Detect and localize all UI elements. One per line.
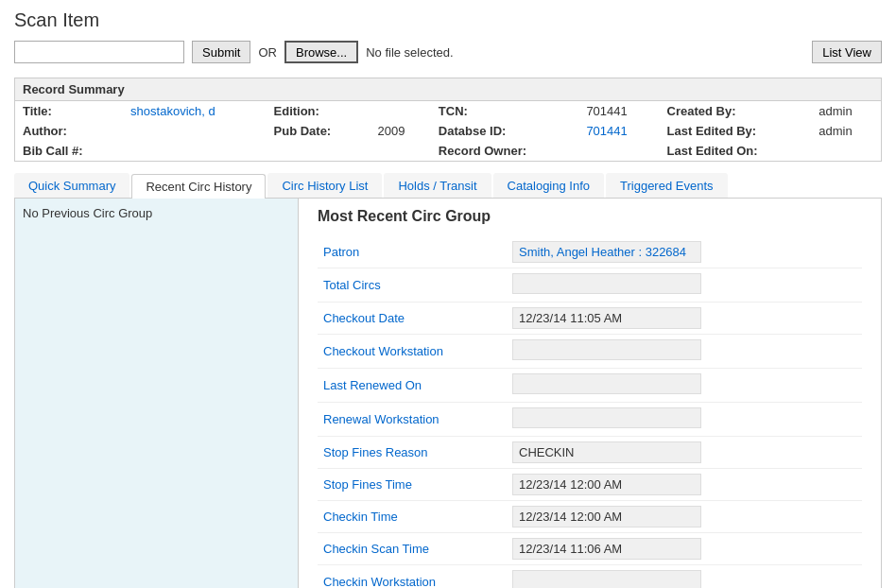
circ-field-value (507, 335, 862, 369)
circ-field-value: CHECKIN (507, 437, 862, 469)
right-panel: Most Recent Circ Group PatronSmith, Ange… (299, 199, 881, 588)
circ-detail-row: PatronSmith, Angel Heather : 322684 (318, 236, 862, 268)
pub-date-value: 2009 (370, 121, 430, 141)
circ-field-label: Checkout Date (318, 303, 507, 335)
tab-holds-transit[interactable]: Holds / Transit (384, 173, 491, 198)
tab-triggered-events[interactable]: Triggered Events (606, 173, 728, 198)
circ-detail-row: Checkin Scan Time12/23/14 11:06 AM (318, 533, 862, 565)
circ-field-value (507, 268, 862, 303)
circ-detail-row: Renewal Workstation (318, 403, 862, 437)
circ-field-value (507, 369, 862, 403)
no-previous-circ-group: No Previous Circ Group (23, 206, 290, 220)
created-by-label: Created By: (660, 101, 812, 121)
tab-recent-circ-history[interactable]: Recent Circ History (131, 174, 266, 199)
record-row-1: Title: shostakovich, d Edition: TCN: 701… (15, 101, 881, 121)
record-summary-title: Record Summary (15, 78, 881, 101)
scan-input[interactable] (14, 41, 184, 63)
last-edited-on-label: Last Edited On: (660, 141, 812, 161)
circ-field-label: Stop Fines Time (318, 469, 507, 501)
circ-field-value: 12/23/14 12:00 AM (507, 469, 862, 501)
last-edited-by-label: Last Edited By: (660, 121, 812, 141)
circ-field-label: Stop Fines Reason (318, 437, 507, 469)
record-summary-table: Title: shostakovich, d Edition: TCN: 701… (15, 101, 881, 161)
title-label: Title: (15, 101, 123, 121)
circ-field-value: 12/23/14 11:06 AM (507, 533, 862, 565)
scan-bar: Submit OR Browse... No file selected. Li… (14, 41, 882, 63)
record-owner-value (578, 141, 659, 161)
bib-call-value (123, 141, 266, 161)
record-summary: Record Summary Title: shostakovich, d Ed… (14, 78, 882, 162)
circ-field-value (507, 403, 862, 437)
circ-detail-row: Total Circs (318, 268, 862, 303)
author-label: Author: (15, 121, 123, 141)
circ-field-label: Total Circs (318, 268, 507, 303)
circ-detail-row: Checkin Time12/23/14 12:00 AM (318, 501, 862, 533)
tab-circ-history-list[interactable]: Circ History List (267, 173, 382, 198)
bib-call-label: Bib Call #: (15, 141, 123, 161)
most-recent-circ-group-title: Most Recent Circ Group (318, 208, 862, 225)
database-id-label: Databse ID: (431, 121, 579, 141)
circ-field-label: Checkin Scan Time (318, 533, 507, 565)
no-file-text: No file selected. (366, 45, 454, 60)
tab-bar: Quick Summary Recent Circ History Circ H… (14, 173, 882, 199)
tcn-value: 701441 (578, 101, 659, 121)
list-view-button[interactable]: List View (812, 41, 882, 63)
circ-detail-row: Stop Fines Time12/23/14 12:00 AM (318, 469, 862, 501)
circ-field-label: Checkin Time (318, 501, 507, 533)
browse-button[interactable]: Browse... (284, 41, 358, 63)
page-title: Scan Item (14, 9, 882, 31)
tab-cataloging-info[interactable]: Cataloging Info (493, 173, 604, 198)
circ-field-value: 12/23/14 12:00 AM (507, 501, 862, 533)
tcn-label: TCN: (431, 101, 579, 121)
created-by-value: admin (811, 101, 881, 121)
database-id-value[interactable]: 701441 (578, 121, 659, 141)
circ-detail-row: Last Renewed On (318, 369, 862, 403)
circ-field-label: Last Renewed On (318, 369, 507, 403)
circ-detail-row: Stop Fines ReasonCHECKIN (318, 437, 862, 469)
circ-field-label: Renewal Workstation (318, 403, 507, 437)
circ-detail-row: Checkin Workstation (318, 565, 862, 589)
last-edited-on-value (811, 141, 881, 161)
circ-details-table: PatronSmith, Angel Heather : 322684Total… (318, 236, 862, 588)
record-owner-label: Record Owner: (431, 141, 579, 161)
title-value[interactable]: shostakovich, d (123, 101, 266, 121)
pub-date-label: Pub Date: (267, 121, 370, 141)
circ-field-value: 12/23/14 11:05 AM (507, 303, 862, 335)
tab-quick-summary[interactable]: Quick Summary (14, 173, 129, 198)
record-row-3: Bib Call #: Record Owner: Last Edited On… (15, 141, 881, 161)
circ-detail-row: Checkout Workstation (318, 335, 862, 369)
submit-button[interactable]: Submit (192, 41, 250, 63)
circ-field-label: Patron (318, 236, 507, 268)
circ-field-value (507, 565, 862, 589)
left-panel: No Previous Circ Group (15, 199, 299, 588)
content-area: No Previous Circ Group Most Recent Circ … (14, 199, 882, 588)
author-value (123, 121, 266, 141)
last-edited-by-value: admin (811, 121, 881, 141)
edition-value (370, 101, 430, 121)
or-text: OR (258, 45, 277, 60)
circ-field-value[interactable]: Smith, Angel Heather : 322684 (507, 236, 862, 268)
circ-field-label: Checkin Workstation (318, 565, 507, 589)
circ-detail-row: Checkout Date12/23/14 11:05 AM (318, 303, 862, 335)
record-row-2: Author: Pub Date: 2009 Databse ID: 70144… (15, 121, 881, 141)
edition-label: Edition: (267, 101, 370, 121)
circ-field-label: Checkout Workstation (318, 335, 507, 369)
